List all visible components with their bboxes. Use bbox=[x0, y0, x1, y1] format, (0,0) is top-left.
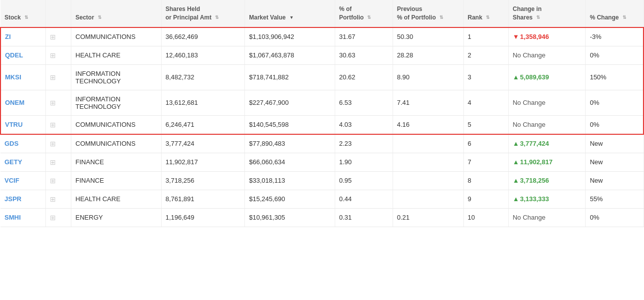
pct-portfolio-cell: 6.53 bbox=[335, 90, 393, 115]
change-shares-cell: ▼1,358,946 bbox=[508, 27, 586, 46]
sort-arrows-shares[interactable]: ⇅ bbox=[215, 14, 219, 21]
grid-icon-cell[interactable]: ⊞ bbox=[45, 27, 71, 46]
stock-ticker[interactable]: GDS bbox=[0, 134, 45, 153]
grid-icon-cell[interactable]: ⊞ bbox=[45, 208, 71, 227]
header-sector[interactable]: Sector ⇅ bbox=[71, 0, 161, 27]
pct-portfolio-cell: 0.31 bbox=[335, 208, 393, 227]
grid-icon-cell[interactable]: ⊞ bbox=[45, 115, 71, 134]
stock-link[interactable]: VTRU bbox=[5, 121, 22, 128]
grid-icon[interactable]: ⊞ bbox=[50, 177, 56, 185]
stock-link[interactable]: QDEL bbox=[5, 51, 23, 59]
grid-icon[interactable]: ⊞ bbox=[50, 51, 56, 59]
stock-ticker[interactable]: JSPR bbox=[0, 190, 45, 208]
sector-cell: COMMUNICATIONS bbox=[71, 134, 161, 153]
shares-cell: 8,761,891 bbox=[161, 190, 245, 208]
header-change-shares[interactable]: Change inShares ⇅ bbox=[508, 0, 586, 27]
stock-link[interactable]: GETY bbox=[4, 158, 22, 166]
up-arrow-icon: ▲ bbox=[513, 73, 519, 81]
table-row: MKSI⊞INFORMATION TECHNOLOGY8,482,732$718… bbox=[0, 64, 644, 90]
grid-icon[interactable]: ⊞ bbox=[50, 121, 56, 129]
sector-cell: FINANCE bbox=[71, 171, 161, 190]
stock-ticker[interactable]: GETY bbox=[0, 153, 45, 171]
sort-arrows-pctchange[interactable]: ⇅ bbox=[623, 14, 627, 21]
market-value-cell: $33,018,113 bbox=[245, 171, 335, 190]
header-market-value[interactable]: Market Value ▼ bbox=[245, 0, 335, 27]
shares-cell: 13,612,681 bbox=[161, 90, 245, 115]
grid-icon[interactable]: ⊞ bbox=[50, 73, 56, 81]
stock-link[interactable]: MKSI bbox=[5, 73, 21, 81]
shares-cell: 12,460,183 bbox=[161, 46, 245, 64]
grid-icon[interactable]: ⊞ bbox=[50, 140, 56, 148]
pct-portfolio-cell: 4.03 bbox=[335, 115, 393, 134]
grid-icon[interactable]: ⊞ bbox=[50, 99, 56, 107]
table-row: VTRU⊞COMMUNICATIONS6,246,471$140,545,598… bbox=[0, 115, 644, 134]
market-value-cell: $718,741,882 bbox=[245, 64, 335, 90]
sector-cell: INFORMATION TECHNOLOGY bbox=[71, 90, 161, 115]
portfolio-table-container: Stock ⇅ Sector ⇅ Shares Heldor Principal… bbox=[0, 0, 644, 227]
sector-cell: HEALTH CARE bbox=[71, 46, 161, 64]
sort-arrows-sector[interactable]: ⇅ bbox=[98, 14, 102, 21]
header-prev-pct[interactable]: Previous% of Portfolio ⇅ bbox=[393, 0, 463, 27]
change-shares-cell: ▲3,718,256 bbox=[508, 171, 586, 190]
stock-link[interactable]: ONEM bbox=[5, 99, 24, 106]
prev-pct-cell: 4.16 bbox=[393, 115, 463, 134]
grid-icon-cell[interactable]: ⊞ bbox=[45, 46, 71, 64]
grid-icon[interactable]: ⊞ bbox=[50, 214, 56, 222]
stock-link[interactable]: JSPR bbox=[4, 195, 21, 203]
sort-arrows-change[interactable]: ⇅ bbox=[536, 14, 540, 21]
change-value: 1,358,946 bbox=[520, 33, 549, 40]
sort-arrows-prev[interactable]: ⇅ bbox=[439, 14, 443, 21]
shares-cell: 6,246,471 bbox=[161, 115, 245, 134]
grid-icon-cell[interactable]: ⊞ bbox=[45, 134, 71, 153]
stock-ticker[interactable]: ZI bbox=[0, 27, 45, 46]
pct-portfolio-cell: 30.63 bbox=[335, 46, 393, 64]
stock-ticker[interactable]: VCIF bbox=[0, 171, 45, 190]
prev-pct-cell bbox=[393, 171, 463, 190]
grid-icon-cell[interactable]: ⊞ bbox=[45, 153, 71, 171]
sector-cell: INFORMATION TECHNOLOGY bbox=[71, 64, 161, 90]
stock-ticker[interactable]: MKSI bbox=[0, 64, 45, 90]
header-pct-change[interactable]: % Change ⇅ bbox=[586, 0, 644, 27]
sort-arrows-mktval[interactable]: ▼ bbox=[289, 14, 294, 21]
table-row: QDEL⊞HEALTH CARE12,460,183$1,067,463,878… bbox=[0, 46, 644, 64]
stock-link[interactable]: VCIF bbox=[4, 177, 19, 184]
stock-ticker[interactable]: ONEM bbox=[0, 90, 45, 115]
prev-pct-cell: 50.30 bbox=[393, 27, 463, 46]
grid-icon-cell[interactable]: ⊞ bbox=[45, 90, 71, 115]
change-shares-cell: ▲5,089,639 bbox=[508, 64, 586, 90]
sort-arrows-rank[interactable]: ⇅ bbox=[486, 14, 490, 21]
stock-ticker[interactable]: SMHI bbox=[0, 208, 45, 227]
shares-cell: 8,482,732 bbox=[161, 64, 245, 90]
prev-pct-cell: 0.21 bbox=[393, 208, 463, 227]
sort-arrows-stock[interactable]: ⇅ bbox=[24, 14, 28, 21]
sort-arrows-pct[interactable]: ⇅ bbox=[367, 14, 371, 21]
grid-icon[interactable]: ⊞ bbox=[50, 195, 56, 203]
portfolio-table: Stock ⇅ Sector ⇅ Shares Heldor Principal… bbox=[0, 0, 644, 227]
grid-icon-cell[interactable]: ⊞ bbox=[45, 190, 71, 208]
up-arrow-icon: ▲ bbox=[513, 158, 519, 166]
rank-cell: 5 bbox=[463, 115, 508, 134]
market-value-cell: $66,060,634 bbox=[245, 153, 335, 171]
header-pct-portfolio[interactable]: % ofPortfolio ⇅ bbox=[335, 0, 393, 27]
no-change-label: No Change bbox=[513, 214, 546, 221]
header-shares[interactable]: Shares Heldor Principal Amt ⇅ bbox=[161, 0, 245, 27]
table-header-row: Stock ⇅ Sector ⇅ Shares Heldor Principal… bbox=[0, 0, 644, 27]
header-stock[interactable]: Stock ⇅ bbox=[0, 0, 45, 27]
stock-ticker[interactable]: VTRU bbox=[0, 115, 45, 134]
sector-cell: HEALTH CARE bbox=[71, 190, 161, 208]
stock-link[interactable]: SMHI bbox=[4, 214, 21, 221]
header-rank[interactable]: Rank ⇅ bbox=[463, 0, 508, 27]
prev-pct-cell: 8.90 bbox=[393, 64, 463, 90]
stock-ticker[interactable]: QDEL bbox=[0, 46, 45, 64]
grid-icon[interactable]: ⊞ bbox=[50, 158, 56, 166]
grid-icon[interactable]: ⊞ bbox=[50, 33, 56, 41]
no-change-label: No Change bbox=[513, 121, 546, 128]
prev-pct-cell bbox=[393, 153, 463, 171]
grid-icon-cell[interactable]: ⊞ bbox=[45, 64, 71, 90]
stock-link[interactable]: ZI bbox=[5, 33, 11, 40]
shares-cell: 36,662,469 bbox=[161, 27, 245, 46]
market-value-cell: $15,245,690 bbox=[245, 190, 335, 208]
grid-icon-cell[interactable]: ⊞ bbox=[45, 171, 71, 190]
stock-link[interactable]: GDS bbox=[4, 140, 18, 147]
pct-portfolio-cell: 2.23 bbox=[335, 134, 393, 153]
